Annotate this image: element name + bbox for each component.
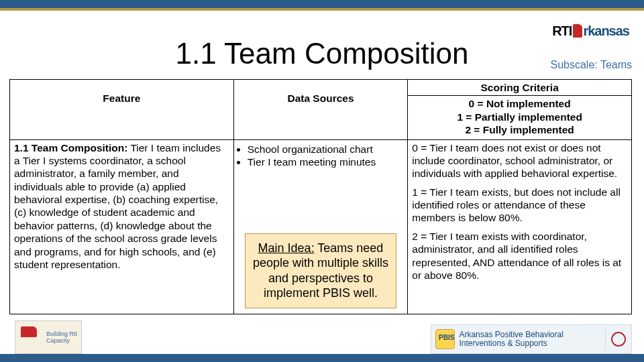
header-feature: Feature bbox=[10, 80, 234, 140]
feature-body-text: Tier I team includes a Tier I systems co… bbox=[14, 142, 221, 270]
rubric-table: Feature Data Sources Scoring Criteria 0 … bbox=[9, 79, 632, 314]
list-item: Tier I team meeting minutes bbox=[248, 156, 404, 168]
legend-zero: 0 = Not implemented bbox=[412, 97, 627, 110]
feature-cell: 1.1 Team Composition: Tier I team includ… bbox=[10, 139, 234, 314]
subscale-label: Subscale: Teams bbox=[550, 59, 632, 71]
page-title: 1.1 Team Composition bbox=[0, 37, 644, 70]
data-sources-list: School organizational chart Tier I team … bbox=[248, 143, 404, 169]
top-bar-accent bbox=[0, 8, 644, 11]
circle-icon bbox=[611, 332, 626, 347]
legend-two: 2 = Fully implemented bbox=[412, 123, 627, 136]
header-criteria-legend: 0 = Not implemented 1 = Partially implem… bbox=[408, 96, 632, 139]
scoring-1: 1 = Tier I team exists, but does not inc… bbox=[412, 186, 627, 225]
footer-right-text: Arkansas Positive Behavioral Interventio… bbox=[459, 330, 599, 348]
list-item: School organizational chart bbox=[248, 143, 404, 156]
table-row: 1.1 Team Composition: Tier I team includ… bbox=[10, 139, 632, 314]
table-row: Feature Data Sources Scoring Criteria bbox=[10, 80, 632, 96]
data-sources-cell: School organizational chart Tier I team … bbox=[233, 139, 408, 314]
header-data-sources: Data Sources bbox=[233, 80, 408, 140]
scoring-cell: 0 = Tier I team does not exist or does n… bbox=[408, 139, 632, 314]
top-bar bbox=[0, 0, 644, 8]
scoring-0: 0 = Tier I team does not exist or does n… bbox=[412, 141, 627, 180]
rubric-table-wrap: Feature Data Sources Scoring Criteria 0 … bbox=[9, 79, 632, 314]
pbis-badge-icon bbox=[435, 329, 455, 349]
cce-logo bbox=[605, 329, 631, 349]
footer-logo-left: Building RtI Capacity bbox=[15, 320, 82, 354]
main-idea-callout: Main Idea: Teams need people with multip… bbox=[245, 233, 397, 308]
legend-one: 1 = Partially implemented bbox=[412, 111, 627, 123]
slide-root: RTI rkansas 1.1 Team Composition Subscal… bbox=[0, 0, 644, 362]
main-idea-label: Main Idea: bbox=[258, 241, 315, 255]
scoring-2: 2 = Tier I team exists with coordinator,… bbox=[412, 230, 627, 282]
header-scoring-criteria: Scoring Criteria bbox=[408, 80, 632, 96]
footer-left-caption: Building RtI Capacity bbox=[46, 330, 81, 344]
feature-title: 1.1 Team Composition: bbox=[14, 142, 127, 154]
flag-icon bbox=[573, 24, 582, 38]
footer-logo-right: Arkansas Positive Behavioral Interventio… bbox=[431, 324, 632, 354]
footer-bar bbox=[0, 354, 644, 362]
